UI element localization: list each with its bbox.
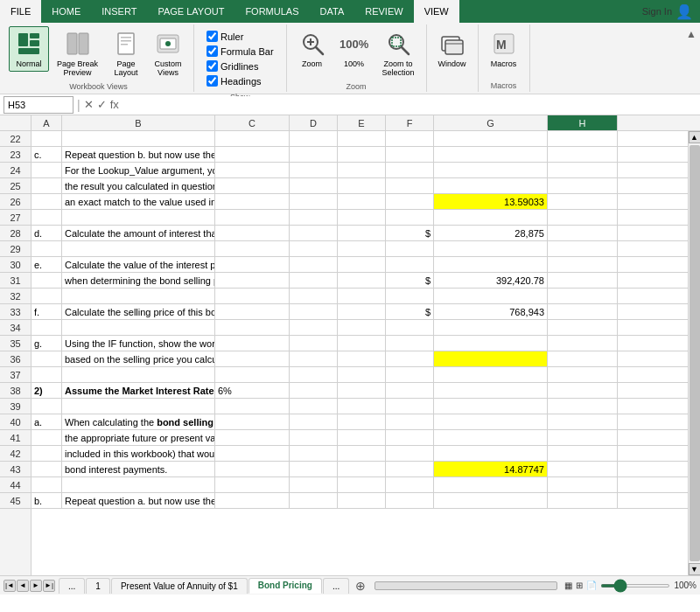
- cell-38-h[interactable]: [548, 383, 618, 398]
- cell-41-a[interactable]: [32, 430, 62, 445]
- cell-38-e[interactable]: [338, 383, 386, 398]
- cell-41-g[interactable]: [434, 430, 548, 445]
- cell-36-g[interactable]: [434, 351, 548, 366]
- row-header-22[interactable]: 22: [0, 131, 31, 147]
- cell-40-h[interactable]: [548, 414, 618, 429]
- cell-41-c[interactable]: [215, 430, 290, 445]
- cell-37-g[interactable]: [434, 367, 548, 382]
- cell-37-e[interactable]: [338, 367, 386, 382]
- cell-35-h[interactable]: [548, 336, 618, 351]
- cell-25-e[interactable]: [338, 178, 386, 193]
- cell-37-f[interactable]: [386, 367, 434, 382]
- cell-36-a[interactable]: [32, 351, 62, 366]
- cell-30-f[interactable]: [386, 257, 434, 272]
- tab-view[interactable]: VIEW: [414, 0, 459, 23]
- row-header-39[interactable]: 39: [0, 399, 31, 414]
- cell-34-f[interactable]: [386, 320, 434, 335]
- row-header-40[interactable]: 40: [0, 414, 31, 430]
- cell-25-f[interactable]: [386, 178, 434, 193]
- cell-37-a[interactable]: [32, 367, 62, 382]
- cell-28-a[interactable]: d.: [32, 226, 62, 240]
- cell-43-h[interactable]: [548, 462, 618, 476]
- tab-file[interactable]: FILE: [0, 0, 41, 23]
- cell-35-b[interactable]: Using the IF function, show the word "Pr…: [62, 336, 215, 351]
- cell-43-g[interactable]: 14.87747: [434, 462, 548, 476]
- cell-31-h[interactable]: [548, 273, 618, 288]
- cell-36-b[interactable]: based on the selling price you calculate…: [62, 351, 215, 366]
- cell-23-b[interactable]: Repeat question b. but now use the VLOOK…: [62, 147, 215, 162]
- scroll-thumb[interactable]: [690, 145, 700, 561]
- cell-31-b[interactable]: when determining the bond selling price.: [62, 273, 215, 288]
- row-header-33[interactable]: 33: [0, 304, 31, 320]
- row-header-32[interactable]: 32: [0, 289, 31, 304]
- cell-27-e[interactable]: [338, 210, 386, 225]
- cell-26-c[interactable]: [215, 194, 290, 209]
- cell-22-h[interactable]: [548, 131, 618, 146]
- row-header-42[interactable]: 42: [0, 446, 31, 462]
- cell-33-h[interactable]: [548, 304, 618, 319]
- sheet-nav-last-button[interactable]: ►|: [43, 580, 55, 592]
- cell-31-a[interactable]: [32, 273, 62, 288]
- row-header-25[interactable]: 25: [0, 178, 31, 194]
- cell-40-d[interactable]: [290, 414, 338, 429]
- row-header-29[interactable]: 29: [0, 241, 31, 257]
- cell-27-c[interactable]: [215, 210, 290, 225]
- cell-29-c[interactable]: [215, 241, 290, 256]
- cell-39-f[interactable]: [386, 399, 434, 414]
- cell-24-g[interactable]: [434, 163, 548, 177]
- cell-28-d[interactable]: [290, 226, 338, 240]
- scroll-down-button[interactable]: ▼: [689, 563, 701, 575]
- cell-24-b[interactable]: For the Lookup_Value argument, your func…: [62, 163, 215, 177]
- sheet-nav-next-button[interactable]: ►: [30, 580, 42, 592]
- cell-37-h[interactable]: [548, 367, 618, 382]
- cell-29-d[interactable]: [290, 241, 338, 256]
- sheet-nav-first-button[interactable]: |◄: [4, 580, 16, 592]
- cell-25-h[interactable]: [548, 178, 618, 193]
- cell-30-b[interactable]: Calculate the value of the interest paym…: [62, 257, 215, 272]
- cell-24-c[interactable]: [215, 163, 290, 177]
- cell-40-a[interactable]: a.: [32, 414, 62, 429]
- cell-26-d[interactable]: [290, 194, 338, 209]
- cell-40-f[interactable]: [386, 414, 434, 429]
- cell-29-g[interactable]: [434, 241, 548, 256]
- cell-38-b[interactable]: Assume the Market Interest Rate is:: [62, 383, 215, 398]
- row-header-23[interactable]: 23: [0, 147, 31, 163]
- window-button[interactable]: Window: [432, 26, 472, 72]
- cell-24-f[interactable]: [386, 163, 434, 177]
- cell-22-b[interactable]: [62, 131, 215, 146]
- cell-41-h[interactable]: [548, 430, 618, 445]
- cell-30-a[interactable]: e.: [32, 257, 62, 272]
- cell-42-g[interactable]: [434, 446, 548, 461]
- row-header-37[interactable]: 37: [0, 367, 31, 383]
- tab-page-layout[interactable]: PAGE LAYOUT: [147, 0, 234, 23]
- ribbon-collapse-button[interactable]: ▲: [686, 24, 696, 92]
- cell-32-e[interactable]: [338, 289, 386, 303]
- view-page-break-icon[interactable]: ⊞: [576, 581, 583, 590]
- row-header-26[interactable]: 26: [0, 194, 31, 210]
- cell-35-g[interactable]: [434, 336, 548, 351]
- row-header-43[interactable]: 43: [0, 462, 31, 477]
- cell-30-g[interactable]: [434, 257, 548, 272]
- cell-38-c[interactable]: 6%: [215, 383, 290, 398]
- cell-23-c[interactable]: [215, 147, 290, 162]
- sheet-tab-ellipsis[interactable]: ...: [59, 578, 85, 594]
- cell-38-f[interactable]: [386, 383, 434, 398]
- row-header-35[interactable]: 35: [0, 336, 31, 351]
- cell-28-e[interactable]: [338, 226, 386, 240]
- cell-45-h[interactable]: [548, 493, 618, 508]
- cell-39-c[interactable]: [215, 399, 290, 414]
- add-sheet-button[interactable]: ⊕: [350, 579, 371, 593]
- cell-39-b[interactable]: [62, 399, 215, 414]
- cell-30-d[interactable]: [290, 257, 338, 272]
- cell-44-c[interactable]: [215, 477, 290, 492]
- cell-27-d[interactable]: [290, 210, 338, 225]
- cell-22-g[interactable]: [434, 131, 548, 146]
- col-header-b[interactable]: B: [62, 115, 215, 130]
- tab-formulas[interactable]: FORMULAS: [234, 0, 309, 23]
- insert-function-icon[interactable]: fx: [110, 98, 119, 111]
- cell-33-d[interactable]: [290, 304, 338, 319]
- cell-40-g[interactable]: [434, 414, 548, 429]
- cell-27-h[interactable]: [548, 210, 618, 225]
- headings-checkbox[interactable]: Headings: [206, 75, 274, 87]
- row-header-36[interactable]: 36: [0, 351, 31, 367]
